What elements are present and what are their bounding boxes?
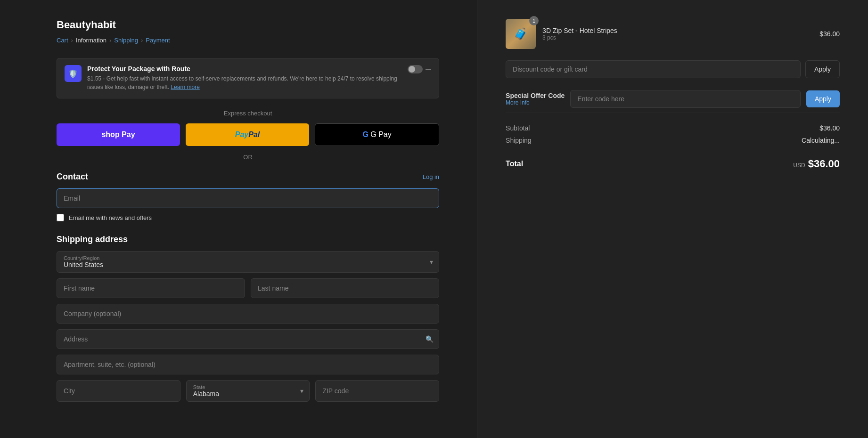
route-title: Protect Your Package with Route bbox=[87, 65, 402, 73]
route-toggle-track[interactable] bbox=[408, 65, 423, 73]
route-toggle-dash: — bbox=[426, 66, 431, 73]
special-offer-row: Special Offer Code More Info Apply bbox=[506, 85, 840, 113]
subtotal-row: Subtotal $36.00 bbox=[506, 124, 840, 132]
breadcrumb-sep-3: › bbox=[141, 37, 143, 44]
special-offer-label: Special Offer Code More Info bbox=[506, 92, 565, 106]
breadcrumb: Cart › Information › Shipping › Payment bbox=[57, 37, 439, 44]
contact-title: Contact bbox=[57, 172, 88, 182]
address-field-wrapper: 🔍 bbox=[57, 329, 439, 349]
special-offer-title: Special Offer Code bbox=[506, 92, 565, 99]
country-chevron-icon: ▾ bbox=[430, 258, 433, 266]
express-checkout-label: Express checkout bbox=[57, 110, 439, 117]
product-badge: 1 bbox=[529, 16, 539, 25]
zip-input[interactable] bbox=[315, 380, 439, 402]
route-icon: 🛡️ bbox=[65, 65, 82, 82]
discount-row: Apply bbox=[506, 60, 840, 78]
gpay-button[interactable]: G G Pay bbox=[315, 123, 439, 146]
email-input[interactable] bbox=[57, 188, 439, 208]
log-in-link[interactable]: Log in bbox=[423, 173, 439, 180]
express-checkout-buttons: shop Pay PayPal G G Pay bbox=[57, 123, 439, 146]
company-input[interactable] bbox=[57, 304, 439, 324]
product-variant: 3 pcs bbox=[542, 34, 813, 41]
total-value: $36.00 bbox=[808, 158, 840, 170]
last-name-input[interactable] bbox=[251, 278, 439, 298]
contact-section-header: Contact Log in bbox=[57, 172, 439, 182]
subtotal-value: $36.00 bbox=[819, 124, 840, 132]
special-offer-more-info-link[interactable]: More Info bbox=[506, 99, 565, 106]
state-select-wrapper: State Alabama ▾ bbox=[186, 380, 310, 402]
breadcrumb-information[interactable]: Information bbox=[76, 37, 106, 44]
email-news-label: Email me with news and offers bbox=[69, 214, 152, 221]
email-checkbox-row: Email me with news and offers bbox=[57, 214, 439, 221]
shipping-address-title: Shipping address bbox=[57, 235, 439, 244]
route-protection-banner: 🛡️ Protect Your Package with Route $1.55… bbox=[57, 58, 439, 98]
route-info: Protect Your Package with Route $1.55 - … bbox=[87, 65, 402, 91]
right-panel: 🧳 1 3D Zip Set - Hotel Stripes 3 pcs $36… bbox=[477, 0, 868, 438]
route-desc: $1.55 - Get help fast with instant acces… bbox=[87, 74, 402, 91]
route-toggle[interactable]: — bbox=[408, 65, 431, 73]
paypal-button[interactable]: PayPal bbox=[186, 123, 309, 146]
gpay-g: G bbox=[362, 130, 368, 139]
shipping-value: Calculating... bbox=[802, 137, 840, 144]
or-divider: OR bbox=[57, 154, 439, 161]
address-input[interactable] bbox=[57, 329, 439, 349]
special-offer-apply-button[interactable]: Apply bbox=[806, 90, 840, 107]
total-value-wrap: USD $36.00 bbox=[793, 158, 840, 170]
product-row: 🧳 1 3D Zip Set - Hotel Stripes 3 pcs $36… bbox=[506, 19, 840, 49]
breadcrumb-sep-1: › bbox=[71, 37, 73, 44]
name-fields bbox=[57, 278, 439, 298]
state-label: State bbox=[193, 384, 293, 390]
product-name: 3D Zip Set - Hotel Stripes bbox=[542, 27, 813, 34]
email-news-checkbox[interactable] bbox=[57, 214, 64, 221]
country-select[interactable]: Country/Region United States ▾ bbox=[57, 251, 439, 273]
breadcrumb-shipping[interactable]: Shipping bbox=[114, 37, 138, 44]
state-select[interactable]: State Alabama ▾ bbox=[186, 380, 310, 402]
city-input[interactable] bbox=[57, 380, 180, 402]
special-offer-input[interactable] bbox=[570, 90, 801, 108]
first-name-input[interactable] bbox=[57, 278, 245, 298]
country-label: Country/Region bbox=[64, 255, 422, 261]
breadcrumb-payment[interactable]: Payment bbox=[146, 37, 170, 44]
brand-title: Beautyhabit bbox=[57, 19, 439, 31]
discount-input[interactable] bbox=[506, 60, 801, 78]
state-chevron-icon: ▾ bbox=[300, 387, 303, 395]
paypal-pal: Pal bbox=[248, 130, 260, 139]
subtotal-label: Subtotal bbox=[506, 124, 530, 132]
shipping-row: Shipping Calculating... bbox=[506, 137, 840, 144]
total-row: Total USD $36.00 bbox=[506, 151, 840, 170]
total-currency: USD bbox=[793, 162, 805, 169]
shop-pay-label: shop Pay bbox=[101, 130, 135, 139]
shipping-label: Shipping bbox=[506, 137, 532, 144]
country-select-wrapper: Country/Region United States ▾ bbox=[57, 251, 439, 273]
country-value: United States bbox=[64, 261, 422, 268]
city-state-zip-row: State Alabama ▾ bbox=[57, 380, 439, 402]
breadcrumb-sep-2: › bbox=[109, 37, 111, 44]
paypal-label: Pay bbox=[235, 130, 248, 139]
product-image-wrap: 🧳 1 bbox=[506, 19, 536, 49]
left-panel: Beautyhabit Cart › Information › Shippin… bbox=[0, 0, 477, 438]
route-toggle-knob bbox=[409, 66, 415, 73]
apartment-input[interactable] bbox=[57, 355, 439, 374]
state-value: Alabama bbox=[193, 390, 293, 397]
product-price: $36.00 bbox=[819, 30, 840, 38]
product-info: 3D Zip Set - Hotel Stripes 3 pcs bbox=[542, 27, 813, 41]
route-learn-more-link[interactable]: Learn more bbox=[171, 84, 199, 90]
discount-apply-button[interactable]: Apply bbox=[805, 60, 840, 78]
breadcrumb-cart[interactable]: Cart bbox=[57, 37, 68, 44]
shop-pay-button[interactable]: shop Pay bbox=[57, 123, 180, 146]
total-label: Total bbox=[506, 160, 523, 168]
gpay-pay-label: G Pay bbox=[370, 130, 391, 139]
